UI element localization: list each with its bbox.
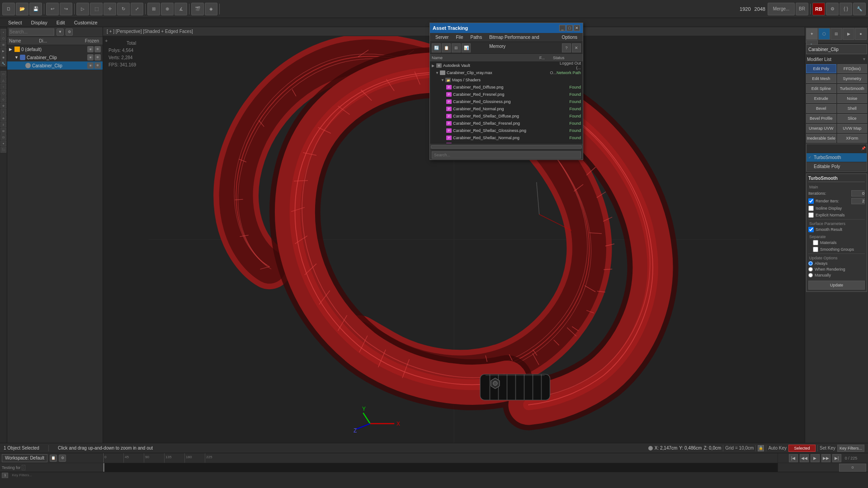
new-file-icon[interactable]: 🗋 bbox=[2, 3, 15, 15]
modify-tab[interactable]: ⬡ bbox=[0, 35, 6, 41]
bevel-btn[interactable]: Bevel bbox=[806, 104, 836, 113]
tool6[interactable]: ⊕ bbox=[0, 103, 6, 108]
at-maps-row[interactable]: ▼ 📁 Maps / Shaders bbox=[430, 76, 583, 84]
ts-smoothing-groups-checkbox[interactable] bbox=[813, 247, 818, 252]
at-shellac-specular-row[interactable]: P Carabiner_Red_Shellac_Specular.png Fou… bbox=[430, 141, 583, 143]
br-button[interactable]: BR bbox=[796, 3, 808, 15]
ffd-box-btn[interactable]: FFD(box) bbox=[837, 64, 868, 73]
close-btn[interactable]: ✕ bbox=[574, 25, 580, 31]
scripting-icon[interactable]: { } bbox=[840, 3, 852, 15]
save-icon[interactable]: 💾 bbox=[29, 3, 42, 15]
tool8[interactable]: ⊗ bbox=[0, 115, 6, 121]
tool10[interactable]: ⊞ bbox=[0, 128, 6, 134]
display-menu[interactable]: Display bbox=[27, 18, 52, 27]
tool5[interactable]: ◇ bbox=[0, 96, 6, 102]
at-scrollbar[interactable] bbox=[430, 143, 583, 150]
xform-btn[interactable]: XForm bbox=[837, 134, 868, 143]
material-editor-icon[interactable]: ◈ bbox=[205, 3, 217, 15]
tool11[interactable]: ⊡ bbox=[0, 134, 6, 140]
shell-btn[interactable]: Shell bbox=[837, 104, 868, 113]
scene-carabiner-clip-group[interactable]: ▼ Carabiner_Clip 👁 ❄ bbox=[7, 53, 103, 61]
rb-icon[interactable]: RB bbox=[812, 3, 825, 15]
min-input-field[interactable]: 1 bbox=[2, 473, 8, 478]
at-fresnel-row[interactable]: P Carabiner_Red_Fresnel.png Found bbox=[430, 91, 583, 98]
scale-icon[interactable]: ⤢ bbox=[131, 3, 143, 15]
ts-always-radio[interactable] bbox=[808, 261, 813, 266]
ts-when-rendering-radio[interactable] bbox=[808, 267, 813, 272]
scene-layer-default[interactable]: ▶ 0 (default) 👁 ❄ bbox=[7, 45, 103, 53]
hierarchy-tab[interactable]: ⊞ bbox=[0, 42, 6, 47]
at-search-input[interactable] bbox=[432, 151, 581, 159]
prev-frame-btn[interactable]: |◀ bbox=[789, 454, 798, 462]
create-panel-tab[interactable]: ✦ bbox=[806, 28, 818, 40]
symmetry-btn[interactable]: Symmetry bbox=[837, 74, 868, 83]
at-shellac-normal-row[interactable]: P Carabiner_Red_Shellac_Normal.png Found bbox=[430, 134, 583, 141]
at-icon2[interactable]: 📋 bbox=[442, 43, 451, 52]
selected-key-btn[interactable]: Selected bbox=[788, 445, 816, 452]
ts-iterations-input[interactable] bbox=[851, 190, 865, 197]
next-frame-btn[interactable]: ▶| bbox=[832, 454, 841, 462]
tool13[interactable]: ⬛ bbox=[0, 147, 6, 153]
at-glossiness-row[interactable]: P Carabiner_Red_Glossiness.png Found bbox=[430, 98, 583, 105]
object-name-field[interactable]: Carabiner_Clip bbox=[806, 44, 867, 54]
tool1[interactable]: □ bbox=[0, 71, 6, 77]
motion-tab[interactable]: ▶ bbox=[0, 48, 6, 54]
at-icon4[interactable]: 📊 bbox=[462, 43, 471, 52]
render-icon[interactable]: 🎬 bbox=[191, 3, 204, 15]
scene-search-input[interactable] bbox=[9, 28, 54, 36]
reference-icon[interactable]: ⊞ bbox=[147, 3, 160, 15]
slice-btn[interactable]: Slice bbox=[837, 114, 868, 123]
freeze-icon[interactable]: ❄ bbox=[94, 46, 101, 52]
noise-btn[interactable]: Noise bbox=[837, 94, 868, 103]
ts-smooth-result-checkbox[interactable] bbox=[808, 227, 814, 232]
turbosmooth-btn[interactable]: TurboSmooth bbox=[837, 84, 868, 93]
ts-materials-checkbox[interactable] bbox=[813, 240, 818, 245]
at-shellac-fresnel-row[interactable]: P Carabiner_Red_Shellac_Fresnel.png Foun… bbox=[430, 120, 583, 127]
display-tab[interactable]: ◉ bbox=[0, 54, 6, 60]
paths-menu[interactable]: Paths bbox=[467, 33, 486, 42]
unwrap-uvw-btn[interactable]: Unwrap UVW bbox=[806, 124, 836, 133]
prev-key-btn[interactable]: ◀◀ bbox=[800, 454, 809, 462]
redo-icon[interactable]: ↪ bbox=[60, 3, 72, 15]
eye-icon[interactable]: 👁 bbox=[87, 46, 94, 52]
lock-icon[interactable]: 🔒 bbox=[758, 445, 764, 451]
select-menu[interactable]: Select bbox=[4, 18, 27, 27]
bevel-profile-btn[interactable]: Bevel Profile bbox=[806, 114, 836, 123]
tool4[interactable]: ⬡ bbox=[0, 90, 6, 96]
open-file-icon[interactable]: 📂 bbox=[16, 3, 28, 15]
mesh-freeze-icon[interactable]: ❄ bbox=[94, 62, 101, 69]
play-btn[interactable]: ▶ bbox=[811, 454, 820, 462]
stack-editablepoly-item[interactable]: Editable Poly bbox=[807, 162, 867, 171]
ts-explicit-normals-checkbox[interactable] bbox=[808, 212, 814, 218]
modify-panel-tab[interactable]: ⬡ bbox=[818, 28, 830, 40]
create-tab[interactable]: + bbox=[0, 29, 6, 35]
tool9[interactable]: ≡ bbox=[0, 122, 6, 127]
stack-turbosmooth-item[interactable]: ✓ TurboSmooth bbox=[807, 153, 867, 162]
at-scrollbar-track[interactable] bbox=[431, 145, 582, 149]
stack-pin-icon[interactable]: 📌 bbox=[861, 146, 866, 150]
tools-icon[interactable]: 🔧 bbox=[853, 3, 866, 15]
options-menu[interactable]: Options bbox=[558, 33, 581, 42]
ineditable-sel-btn[interactable]: Inederable Sele bbox=[806, 134, 836, 143]
workspace-icon2[interactable]: ⚙ bbox=[59, 455, 66, 462]
at-diffuse-row[interactable]: P Carabiner_Red_Diffuse.png Found bbox=[430, 84, 583, 91]
key-filters-btn[interactable]: Key Filters... bbox=[837, 445, 864, 452]
hierarchy-panel-tab[interactable]: ⊞ bbox=[830, 28, 842, 40]
select-icon[interactable]: ▷ bbox=[76, 3, 89, 15]
tool3[interactable]: ○ bbox=[0, 84, 6, 89]
extrude-btn[interactable]: Extrude bbox=[806, 94, 836, 103]
bitmap-menu[interactable]: Bitmap Performance and Memory bbox=[486, 33, 558, 42]
at-help-icon[interactable]: ? bbox=[562, 43, 571, 52]
mini-num-input[interactable]: 0 bbox=[839, 464, 866, 472]
at-shellac-diffuse-row[interactable]: P Carabiner_Red_Shellac_Diffuse.png Foun… bbox=[430, 113, 583, 120]
move-icon[interactable]: ✛ bbox=[104, 3, 116, 15]
scene-settings-icon[interactable]: ⚙ bbox=[66, 28, 73, 36]
testing-input[interactable]: : bbox=[22, 465, 26, 470]
ts-render-iters-checkbox[interactable] bbox=[808, 198, 814, 204]
snap-icon[interactable]: ⊕ bbox=[161, 3, 174, 15]
edit-poly-btn[interactable]: Edit Poly bbox=[806, 64, 836, 73]
edit-menu[interactable]: Edit bbox=[52, 18, 70, 27]
edit-mesh-btn[interactable]: Edit Mesh bbox=[806, 74, 836, 83]
workspace-icon1[interactable]: 📋 bbox=[50, 455, 57, 462]
ts-manually-radio[interactable] bbox=[808, 273, 813, 277]
